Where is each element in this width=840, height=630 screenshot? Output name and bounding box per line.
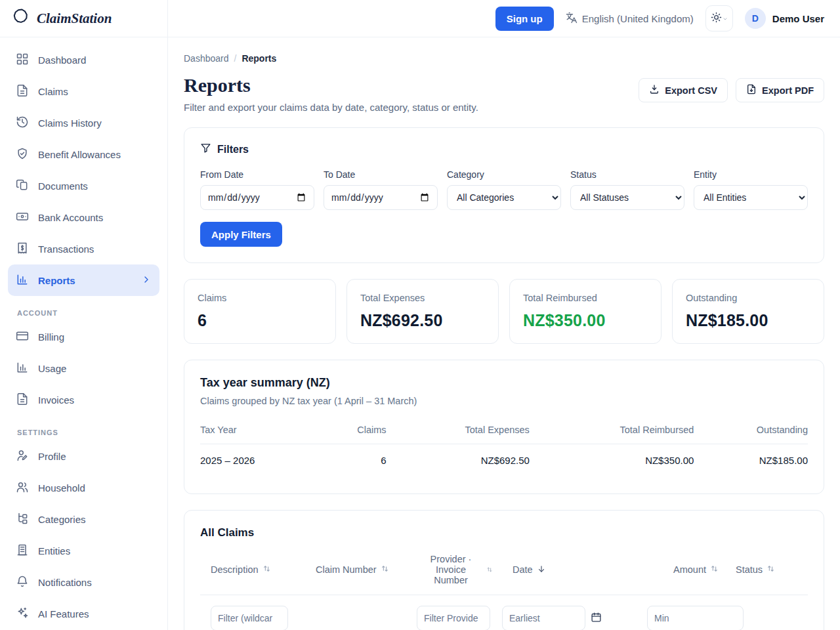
breadcrumb-dashboard[interactable]: Dashboard: [184, 53, 229, 64]
bar-chart-icon: [16, 361, 29, 376]
all-claims-card: All Claims Description Claim Number Prov…: [184, 510, 824, 630]
total-reimbursed-value: NZ$350.00: [523, 311, 648, 330]
banknote-icon: [16, 210, 29, 225]
tax-year-summary-card: Tax year summary (NZ) Claims grouped by …: [184, 360, 824, 494]
sidebar-item-claims[interactable]: Claims: [8, 75, 159, 107]
sidebar-item-dashboard[interactable]: Dashboard: [8, 44, 159, 75]
sidebar-item-entities[interactable]: Entities: [8, 535, 159, 566]
sun-icon: [711, 12, 722, 25]
column-header-provider-invoice[interactable]: Provider · Invoice Number: [417, 554, 495, 585]
sidebar-item-ai-features[interactable]: AI Features: [8, 598, 159, 629]
sidebar-item-billing[interactable]: Billing: [8, 321, 159, 352]
calendar-icon[interactable]: [591, 612, 602, 625]
status-select[interactable]: All Statuses: [570, 185, 684, 210]
all-claims-header-row: Description Claim Number Provider · Invo…: [200, 554, 808, 595]
sidebar-item-documents[interactable]: Documents: [8, 170, 159, 201]
sort-icon: [262, 564, 271, 575]
sort-icon: [766, 564, 775, 575]
sidebar-item-household[interactable]: Household: [8, 472, 159, 503]
shield-check-icon: [16, 147, 29, 162]
user-name: Demo User: [772, 13, 824, 24]
table-row: 2025 – 2026 6 NZ$692.50 NZ$350.00 NZ$185…: [200, 444, 808, 478]
category-label: Category: [447, 169, 561, 180]
filters-card: Filters From Date To Date Category All: [184, 127, 824, 263]
column-header-description[interactable]: Description: [200, 564, 299, 575]
file-down-icon: [746, 84, 757, 96]
users-icon: [16, 480, 29, 495]
export-csv-button[interactable]: Export CSV: [639, 78, 728, 102]
sidebar-item-benefit-allowances[interactable]: Benefit Allowances: [8, 138, 159, 170]
from-date-label: From Date: [200, 169, 314, 180]
column-header-date[interactable]: Date: [502, 564, 623, 576]
sort-icon: [381, 564, 389, 575]
file-icon: [16, 392, 29, 408]
apply-filters-button[interactable]: Apply Filters: [200, 222, 282, 247]
sidebar-item-label: Notifications: [38, 577, 92, 588]
sidebar-item-profile[interactable]: Profile: [8, 440, 159, 472]
sort-icon: [486, 564, 493, 575]
total-expenses-value: NZ$692.50: [360, 311, 485, 330]
sidebar-item-notifications[interactable]: Notifications: [8, 566, 159, 598]
brand-name: ClaimStation: [37, 10, 112, 27]
sidebar-item-claims-history[interactable]: Claims History: [8, 107, 159, 138]
provider-filter-input[interactable]: [417, 606, 490, 630]
sidebar-item-transactions[interactable]: Transactions: [8, 233, 159, 264]
description-filter-input[interactable]: [211, 606, 288, 630]
claimstation-logo-icon: [10, 7, 30, 30]
chevron-down-icon: [723, 14, 728, 24]
credit-card-icon: [16, 329, 29, 345]
translate-icon: [566, 12, 578, 26]
language-selector[interactable]: English (United Kingdom): [566, 12, 694, 26]
download-icon: [649, 84, 660, 96]
to-date-input[interactable]: [324, 185, 438, 210]
category-select[interactable]: All Categories: [447, 185, 561, 210]
theme-toggle-button[interactable]: [705, 5, 733, 32]
building-icon: [16, 543, 29, 558]
sidebar-item-label: Usage: [38, 363, 66, 374]
tax-summary-title: Tax year summary (NZ): [200, 376, 808, 390]
tax-summary-subtitle: Claims grouped by NZ tax year (1 April –…: [200, 396, 808, 406]
column-header-claim-number[interactable]: Claim Number: [305, 564, 410, 575]
summary-card-outstanding: Outstanding NZ$185.00: [672, 279, 824, 344]
sidebar-item-label: Documents: [38, 180, 88, 192]
entity-select[interactable]: All Entities: [694, 185, 808, 210]
sidebar-item-label: Categories: [38, 514, 86, 525]
topbar: Sign up English (United Kingdom) D Demo …: [168, 0, 840, 37]
sidebar-item-label: Bank Accounts: [38, 212, 103, 223]
page-content: Dashboard / Reports Reports Filter and e…: [168, 37, 840, 630]
page-header: Reports Filter and export your claims da…: [184, 74, 824, 113]
sidebar-item-categories[interactable]: Categories: [8, 503, 159, 535]
bar-chart-icon: [16, 273, 29, 288]
status-label: Status: [570, 169, 684, 180]
brand-logo[interactable]: ClaimStation: [0, 0, 167, 37]
entity-label: Entity: [694, 169, 808, 180]
summary-card-total-reimbursed: Total Reimbursed NZ$350.00: [509, 279, 662, 344]
sidebar: ClaimStation Dashboard Claims Claims His…: [0, 0, 168, 630]
app-root: ClaimStation Dashboard Claims Claims His…: [0, 0, 840, 630]
export-pdf-button[interactable]: Export PDF: [736, 78, 824, 102]
breadcrumb-separator: /: [234, 53, 237, 64]
sidebar-item-invoices[interactable]: Invoices: [8, 384, 159, 415]
sidebar-item-usage[interactable]: Usage: [8, 352, 159, 384]
sidebar-section-settings: SETTINGS: [17, 429, 150, 436]
sidebar-item-label: Reports: [38, 275, 75, 286]
sidebar-section-account: ACCOUNT: [17, 309, 150, 317]
sidebar-item-reports[interactable]: Reports: [8, 264, 159, 296]
date-earliest-filter-input[interactable]: [502, 606, 585, 630]
history-clock-icon: [16, 116, 29, 131]
column-header-status[interactable]: Status: [725, 564, 808, 575]
sidebar-item-bank-accounts[interactable]: Bank Accounts: [8, 201, 159, 233]
user-menu[interactable]: D Demo User: [745, 8, 824, 29]
sidebar-item-label: Dashboard: [38, 54, 86, 66]
breadcrumb: Dashboard / Reports: [184, 53, 824, 64]
user-pen-icon: [16, 449, 29, 464]
signup-button[interactable]: Sign up: [495, 7, 554, 31]
chevron-right-icon: [141, 274, 152, 287]
page-subtitle: Filter and export your claims data by da…: [184, 102, 478, 113]
column-header-amount[interactable]: Amount: [630, 564, 719, 575]
sidebar-item-label: Benefit Allowances: [38, 149, 121, 160]
to-date-label: To Date: [324, 169, 438, 180]
file-icon: [16, 84, 29, 99]
from-date-input[interactable]: [200, 185, 314, 210]
summary-card-claims: Claims 6: [184, 279, 336, 344]
